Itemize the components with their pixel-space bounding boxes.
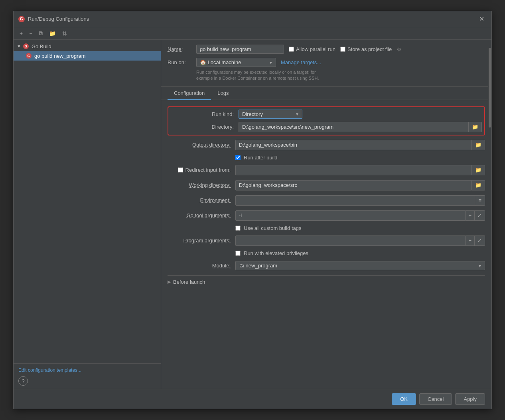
go-item-icon: G — [26, 53, 32, 59]
run-kind-select[interactable]: Directory Package File — [239, 110, 302, 119]
sort-button[interactable]: ⇅ — [60, 29, 69, 38]
custom-build-tags-row: Use all custom build tags — [235, 225, 485, 231]
redirect-input-row: Redirect input from: 📁 — [168, 165, 485, 176]
run-on-label: Run on: — [168, 59, 191, 65]
redirect-input-label[interactable]: Redirect input from: — [185, 167, 231, 173]
environment-input-group: ≡ — [235, 195, 485, 206]
run-after-build-checkbox[interactable] — [235, 155, 241, 160]
go-tool-args-input[interactable] — [235, 210, 466, 221]
go-tool-args-add-button[interactable]: + — [466, 210, 475, 221]
environment-input[interactable] — [235, 195, 475, 206]
go-brand-icon: G — [23, 43, 29, 49]
main-panel: Name: Allow parallel run Store as projec… — [161, 40, 491, 389]
output-directory-input[interactable] — [235, 140, 472, 150]
redirect-browse-button[interactable]: 📁 — [472, 165, 485, 175]
group-label: Go Build — [32, 43, 51, 49]
run-kind-section: Run kind: Directory Package File Directo… — [168, 106, 485, 135]
program-args-expand-button[interactable]: ⤢ — [475, 236, 485, 246]
directory-row: Directory: 📁 — [171, 122, 482, 132]
before-launch-label: Before launch — [173, 279, 205, 285]
run-after-build-row: Run after build — [235, 155, 485, 161]
tabs-bar: Configuration Logs — [161, 87, 491, 100]
program-args-input[interactable] — [235, 236, 466, 246]
run-elevated-label[interactable]: Run with elevated privileges — [244, 250, 308, 256]
run-elevated-row: Run with elevated privileges — [235, 250, 485, 256]
close-button[interactable]: ✕ — [477, 14, 487, 24]
name-row: Name: Allow parallel run Store as projec… — [168, 45, 485, 54]
redirect-input-checkbox[interactable] — [178, 167, 183, 173]
manage-targets-link[interactable]: Manage targets... — [281, 59, 321, 65]
cancel-button[interactable]: Cancel — [419, 393, 452, 405]
redirect-input-label-group: Redirect input from: — [168, 167, 235, 173]
working-directory-input[interactable] — [235, 180, 472, 190]
go-build-group-header[interactable]: ▼ G Go Build — [14, 41, 161, 51]
store-project-checkbox[interactable] — [340, 47, 345, 52]
config-header: Name: Allow parallel run Store as projec… — [161, 40, 491, 87]
custom-build-tags-label[interactable]: Use all custom build tags — [244, 225, 302, 231]
go-tool-args-input-group: + ⤢ — [235, 210, 485, 221]
name-input[interactable] — [196, 45, 284, 54]
gear-icon[interactable]: ⚙ — [397, 46, 402, 53]
allow-parallel-checkbox[interactable] — [289, 47, 294, 52]
toolbar: + − ⧉ 📁 ⇅ — [14, 27, 491, 40]
tab-configuration[interactable]: Configuration — [168, 87, 211, 100]
config-item-label: go build new_program — [34, 53, 86, 59]
remove-config-button[interactable]: − — [27, 29, 34, 38]
environment-browse-button[interactable]: ≡ — [475, 195, 485, 206]
form-content: Run kind: Directory Package File Directo… — [161, 100, 491, 389]
run-on-dropdown-wrapper: 🏠 Local machine — [196, 58, 276, 67]
hint-text: Run configurations may be executed local… — [196, 69, 485, 82]
directory-input[interactable] — [239, 122, 469, 132]
apply-button[interactable]: Apply — [455, 393, 485, 405]
edit-templates-link[interactable]: Edit configuration templates... — [18, 367, 81, 373]
working-directory-row: Working directory: 📁 — [168, 180, 485, 191]
item-icon: G — [26, 53, 32, 59]
scrollbar[interactable] — [488, 40, 491, 389]
redirect-input-field[interactable] — [235, 165, 472, 175]
program-args-label: Program arguments: — [168, 237, 235, 243]
name-label: Name: — [168, 46, 191, 52]
output-browse-button[interactable]: 📁 — [472, 140, 485, 150]
working-directory-label: Working directory: — [168, 182, 235, 188]
redirect-input-group: 📁 — [235, 165, 485, 175]
run-kind-label: Run kind: — [171, 111, 239, 117]
dialog-title: Run/Debug Configurations — [28, 16, 89, 22]
config-item-go-build[interactable]: G go build new_program — [14, 51, 161, 61]
run-on-select[interactable]: 🏠 Local machine — [196, 58, 276, 67]
title-bar: G Run/Debug Configurations ✕ — [14, 11, 491, 27]
store-project-label[interactable]: Store as project file — [340, 46, 392, 52]
tab-logs[interactable]: Logs — [211, 87, 235, 100]
directory-browse-button[interactable]: 📁 — [469, 122, 482, 132]
module-select[interactable]: 🗂 new_program — [235, 261, 485, 270]
go-tool-args-row: Go tool arguments: + ⤢ — [168, 210, 485, 221]
working-directory-input-group: 📁 — [235, 180, 485, 190]
run-kind-dropdown-wrapper: Directory Package File — [239, 110, 302, 119]
sidebar: ▼ G Go Build G go build new_program Edit… — [14, 40, 161, 389]
go-tool-args-expand-button[interactable]: ⤢ — [475, 210, 485, 221]
group-arrow-icon: ▼ — [17, 44, 21, 49]
add-config-button[interactable]: + — [18, 29, 25, 38]
run-debug-dialog: G Run/Debug Configurations ✕ + − ⧉ 📁 ⇅ ▼… — [13, 11, 492, 409]
run-kind-row: Run kind: Directory Package File — [171, 110, 482, 119]
run-after-build-label[interactable]: Run after build — [244, 155, 278, 161]
open-folder-button[interactable]: 📁 — [47, 29, 58, 38]
allow-parallel-label[interactable]: Allow parallel run — [289, 46, 335, 52]
directory-input-group: 📁 — [239, 122, 482, 132]
copy-config-button[interactable]: ⧉ — [37, 29, 45, 38]
sidebar-footer: Edit configuration templates... ? — [14, 363, 161, 389]
working-directory-browse-button[interactable]: 📁 — [472, 180, 485, 190]
output-directory-label: Output directory: — [168, 142, 235, 148]
action-bar: OK Cancel Apply — [14, 389, 491, 409]
environment-label: Environment: — [168, 197, 235, 203]
before-launch-section[interactable]: ▶ Before launch — [168, 275, 485, 288]
ok-button[interactable]: OK — [392, 393, 416, 405]
module-label: Module: — [168, 263, 235, 269]
custom-build-tags-checkbox[interactable] — [235, 226, 241, 231]
help-button[interactable]: ? — [18, 376, 28, 386]
directory-label: Directory: — [171, 124, 239, 130]
program-args-add-button[interactable]: + — [466, 236, 475, 246]
before-launch-arrow-icon: ▶ — [168, 279, 171, 285]
program-args-row: Program arguments: + ⤢ — [168, 235, 485, 246]
module-dropdown-wrapper: 🗂 new_program — [235, 261, 485, 270]
run-elevated-checkbox[interactable] — [235, 251, 241, 256]
